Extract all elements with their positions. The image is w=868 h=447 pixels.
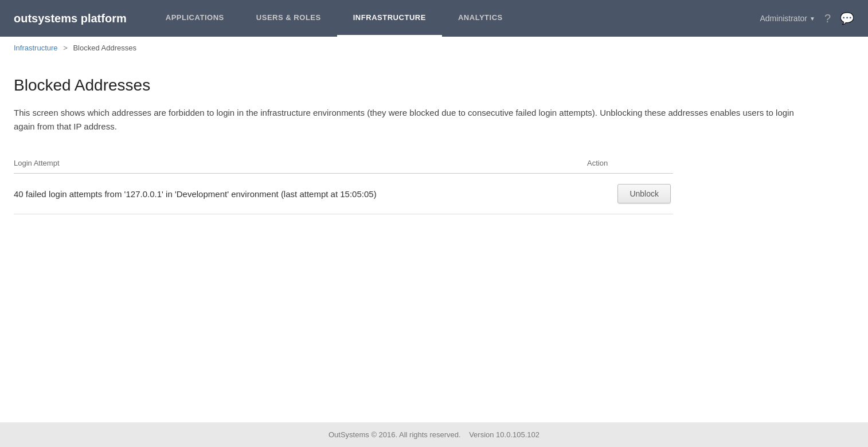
admin-menu[interactable]: Administrator ▼ — [760, 14, 815, 23]
blocked-addresses-table: Login Attempt Action 40 failed login att… — [14, 154, 673, 214]
header: outsystems platform APPLICATIONSUSERS & … — [0, 0, 868, 37]
nav-item-analytics[interactable]: ANALYTICS — [442, 0, 519, 37]
col-action: Action — [587, 154, 673, 174]
page-description: This screen shows which addresses are fo… — [14, 106, 816, 134]
breadcrumb: Infrastructure > Blocked Addresses — [0, 37, 868, 59]
action-cell: Unblock — [587, 174, 673, 214]
admin-dropdown-arrow: ▼ — [810, 15, 815, 22]
nav-item-applications[interactable]: APPLICATIONS — [150, 0, 240, 37]
breadcrumb-separator: > — [63, 44, 68, 52]
help-icon[interactable]: ? — [824, 12, 831, 25]
admin-label-text: Administrator — [760, 14, 807, 23]
breadcrumb-parent-link[interactable]: Infrastructure — [14, 44, 58, 52]
page-title: Blocked Addresses — [14, 76, 854, 95]
breadcrumb-current: Blocked Addresses — [73, 44, 136, 52]
main-content: Blocked Addresses This screen shows whic… — [0, 59, 868, 422]
unblock-button[interactable]: Unblock — [617, 184, 671, 203]
login-attempt-cell: 40 failed login attempts from '127.0.0.1… — [14, 174, 587, 214]
table-header-row: Login Attempt Action — [14, 154, 673, 174]
footer-version: Version 10.0.105.102 — [469, 430, 539, 439]
app-logo: outsystems platform — [14, 12, 127, 25]
chat-icon[interactable]: 💬 — [840, 11, 854, 25]
col-login-attempt: Login Attempt — [14, 154, 587, 174]
nav-item-infrastructure[interactable]: INFRASTRUCTURE — [337, 0, 442, 37]
nav-item-users-and-roles[interactable]: USERS & ROLES — [240, 0, 337, 37]
footer-copyright: OutSystems © 2016. All rights reserved. — [329, 430, 461, 439]
footer: OutSystems © 2016. All rights reserved. … — [0, 422, 868, 447]
header-right: Administrator ▼ ? 💬 — [760, 11, 855, 25]
table-row: 40 failed login attempts from '127.0.0.1… — [14, 174, 673, 214]
main-nav: APPLICATIONSUSERS & ROLESINFRASTRUCTUREA… — [150, 0, 760, 37]
